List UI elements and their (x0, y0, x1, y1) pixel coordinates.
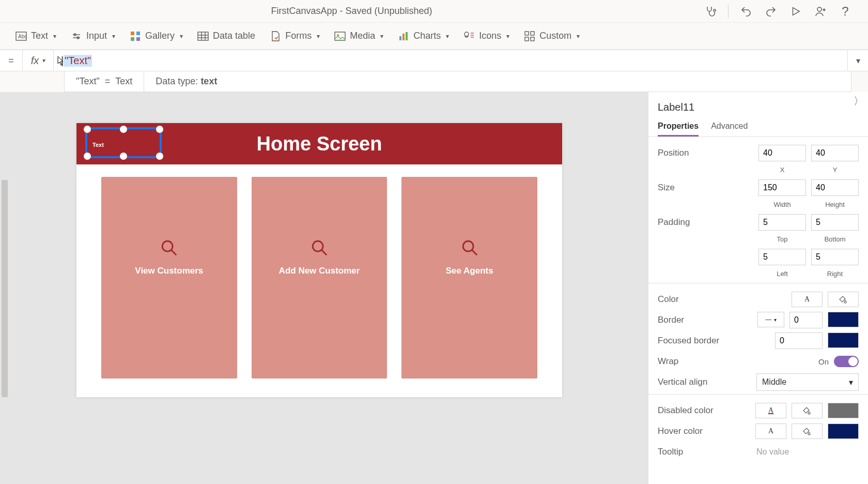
input-height[interactable] (811, 179, 859, 196)
formula-input[interactable]: |"Text" (54, 50, 847, 71)
card-see-agents[interactable]: See Agents (401, 177, 537, 379)
app-canvas[interactable]: Text Home Screen View Customers Ad (76, 123, 562, 397)
label-valign: Vertical align (658, 377, 756, 387)
card-label: Add New Customer (279, 266, 360, 276)
forms-icon (270, 31, 281, 42)
cursor-icon (57, 55, 65, 67)
ribbon-text-label: Text (31, 31, 48, 41)
ribbon-forms-label: Forms (285, 31, 312, 41)
icons-icon (463, 31, 475, 42)
share-icon[interactable] (813, 4, 828, 19)
row-tooltip: Tooltip No value (658, 443, 859, 461)
selected-label-control[interactable]: Text (85, 127, 162, 158)
hover-font-button[interactable]: A (755, 424, 786, 439)
help-icon[interactable]: ? (838, 4, 853, 19)
border-style-button[interactable]: — ▾ (757, 312, 784, 327)
resize-handle-ne[interactable] (156, 126, 163, 133)
left-scrollbar[interactable] (0, 92, 9, 484)
svg-point-32 (313, 241, 323, 251)
input-icon (71, 31, 82, 42)
canvas-area[interactable]: Text Home Screen View Customers Ad (9, 92, 648, 484)
divider (728, 5, 729, 18)
card-add-customer[interactable]: Add New Customer (252, 177, 388, 379)
chevron-down-icon: ▾ (42, 57, 45, 64)
charts-icon (398, 31, 409, 42)
focused-color-swatch[interactable] (828, 332, 859, 348)
scrollbar-thumb[interactable] (2, 180, 8, 397)
fx-button[interactable]: fx▾ (23, 50, 54, 71)
chevron-down-icon: ▾ (317, 33, 320, 40)
ribbon-input[interactable]: Input▾ (71, 31, 115, 42)
input-pad-bottom[interactable] (811, 214, 859, 231)
ribbon-gallery[interactable]: Gallery▾ (130, 31, 183, 42)
fill-color-button[interactable] (828, 292, 859, 307)
ribbon-media-label: Media (350, 31, 375, 41)
input-focused-width[interactable] (775, 332, 823, 349)
tooltip-value[interactable]: No value (756, 447, 859, 457)
input-pad-right[interactable] (811, 249, 859, 265)
search-icon (461, 239, 478, 256)
resize-handle-se[interactable] (156, 153, 163, 160)
input-position-x[interactable] (758, 145, 806, 161)
label-disabled-color: Disabled color (658, 405, 755, 416)
svg-rect-26 (525, 32, 529, 35)
label-focused-border: Focused border (658, 336, 775, 346)
resize-handle-sw[interactable] (84, 153, 91, 160)
panel-collapse-icon[interactable]: 〉 (854, 94, 864, 108)
chevron-down-icon: ▾ (380, 33, 383, 40)
play-icon[interactable] (788, 4, 803, 19)
app-header-title: Home Screen (257, 133, 382, 155)
ribbon-media[interactable]: Media▾ (334, 31, 383, 42)
disabled-color-swatch[interactable] (828, 403, 859, 418)
ribbon-icons[interactable]: Icons▾ (463, 31, 509, 42)
hover-color-swatch[interactable] (828, 424, 859, 439)
resize-handle-n[interactable] (120, 126, 127, 133)
ribbon-custom[interactable]: Custom▾ (524, 31, 580, 42)
ribbon-charts[interactable]: Charts▾ (398, 31, 449, 42)
font-color-button[interactable]: A (792, 292, 823, 307)
datatable-icon (197, 31, 209, 42)
resize-handle-nw[interactable] (84, 126, 91, 133)
row-focused-border: Focused border (658, 332, 859, 350)
undo-icon[interactable] (739, 4, 753, 19)
ribbon-text[interactable]: AbcText▾ (16, 31, 56, 42)
svg-rect-15 (198, 32, 208, 40)
disabled-fill-button[interactable] (792, 403, 823, 418)
svg-rect-28 (525, 37, 529, 41)
svg-rect-24 (406, 32, 408, 40)
tab-properties[interactable]: Properties (658, 117, 699, 137)
card-view-customers[interactable]: View Customers (101, 177, 237, 379)
formula-result-eq: = (105, 76, 111, 87)
hover-fill-button[interactable] (792, 424, 823, 439)
card-row: View Customers Add New Customer See Agen… (76, 164, 562, 391)
border-color-swatch[interactable] (828, 312, 859, 327)
redo-icon[interactable] (764, 4, 778, 19)
wrap-toggle[interactable] (834, 356, 859, 367)
sublabel-bottom: Bottom (811, 235, 859, 243)
formula-equals[interactable]: = (0, 50, 23, 71)
card-label: View Customers (135, 266, 203, 276)
row-position: Position (658, 144, 859, 162)
svg-line-35 (472, 250, 477, 255)
row-valign: Vertical align Middle▾ (658, 373, 859, 391)
input-position-y[interactable] (811, 145, 859, 161)
input-width[interactable] (758, 179, 806, 196)
disabled-font-button[interactable]: A (755, 403, 786, 418)
formula-expand-icon[interactable]: ▾ (847, 50, 868, 71)
ribbon-forms[interactable]: Forms▾ (270, 31, 320, 42)
stethoscope-icon[interactable] (703, 4, 718, 19)
resize-handle-s[interactable] (120, 153, 127, 160)
titlebar: FirstCanvasApp - Saved (Unpublished) ? (0, 0, 868, 23)
input-pad-top[interactable] (758, 214, 806, 231)
chevron-down-icon: ▾ (112, 33, 115, 40)
ribbon-datatable[interactable]: Data table (197, 31, 255, 42)
valign-dropdown[interactable]: Middle▾ (756, 373, 859, 391)
svg-rect-13 (131, 37, 134, 41)
sublabel-left: Left (758, 270, 806, 278)
ribbon-input-label: Input (86, 31, 107, 41)
input-pad-left[interactable] (758, 249, 806, 265)
input-border-width[interactable] (789, 312, 823, 328)
valign-value: Middle (762, 377, 786, 387)
properties-panel: 〉 Label11 Properties Advanced Position X… (648, 92, 868, 484)
tab-advanced[interactable]: Advanced (711, 117, 748, 137)
